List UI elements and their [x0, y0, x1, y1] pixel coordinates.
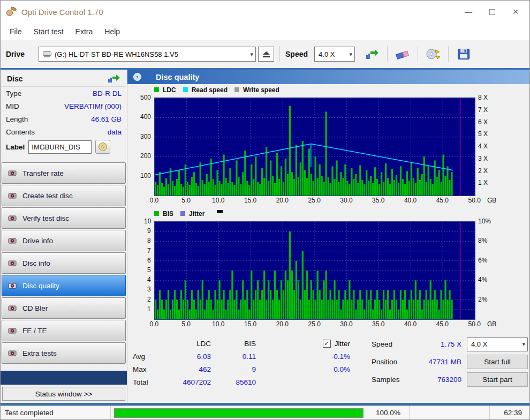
y-axis-tick: 300: [140, 133, 151, 140]
drive-select-value: (G:) HL-DT-ST BD-RE WH16NS58 1.V5: [55, 50, 178, 58]
menu-file[interactable]: File: [4, 25, 28, 39]
x-axis-tick: 20.0: [276, 197, 289, 204]
eject-icon: [262, 51, 270, 58]
x-axis-tick: 50.0: [468, 197, 481, 204]
x-axis-tick: 15.0: [244, 197, 256, 204]
sidebar-item-drive-info[interactable]: Drive info: [2, 230, 126, 251]
disc-label-button[interactable]: [95, 140, 110, 154]
x-axis-tick: 25.0: [308, 197, 321, 204]
y2-axis-tick: 2%: [478, 296, 487, 303]
y-axis-tick: 1: [147, 305, 151, 313]
x-axis-tick: 0.0: [150, 320, 159, 328]
speed-select[interactable]: 4.0 X ▾: [314, 47, 355, 62]
drive-test-icon: [8, 236, 17, 245]
status-window-button[interactable]: Status window >>: [2, 387, 125, 401]
y-axis-tick: 9: [147, 227, 151, 235]
statusbar-separator: [110, 406, 111, 419]
disc-contents-label: Contents: [6, 128, 35, 136]
chevron-down-icon: ▾: [246, 51, 254, 58]
sidebar-item-create-test-disc[interactable]: Create test disc: [2, 185, 126, 206]
refresh-speeds-button[interactable]: [362, 45, 382, 63]
test-controls: Speed 1.75 X 4.0 X ▾ Position 47731 MB S…: [372, 337, 528, 388]
position-label: Position: [372, 358, 407, 366]
sidebar-item-fe-te[interactable]: FE / TE: [2, 320, 126, 341]
disc-info-row: Contents data: [1, 125, 127, 138]
disc-label-input[interactable]: [28, 140, 92, 154]
y-axis-tick: 4: [147, 276, 151, 283]
menu-start-test[interactable]: Start test: [28, 25, 70, 39]
sidebar-test-buttons: Transfer rate Create test disc Verify te…: [1, 162, 127, 364]
sidebar-item-verify-test-disc[interactable]: Verify test disc: [2, 207, 126, 229]
speed-result-value: 1.75 X: [412, 340, 461, 348]
ldc-legend-label: LDC: [163, 86, 176, 94]
start-full-button[interactable]: Start full: [467, 355, 528, 369]
minimize-button[interactable]: —: [457, 4, 480, 20]
x-axis-unit: GB: [487, 197, 496, 204]
y2-axis-tick: 6%: [478, 257, 487, 264]
write-disc-button[interactable]: [423, 45, 443, 63]
y2-axis-tick: 5 X: [478, 130, 488, 138]
x-axis-tick: 5.0: [181, 320, 191, 328]
jitter-checkbox[interactable]: ✓: [323, 340, 331, 348]
disc-mid-label: MID: [6, 102, 19, 110]
sidebar-item-disc-quality[interactable]: Disc quality: [2, 275, 126, 296]
y2-axis-tick: 8 X: [478, 94, 488, 101]
sidebar-item-disc-info[interactable]: Disc info: [2, 252, 126, 274]
drive-test-icon: [8, 326, 17, 335]
floppy-disk-icon: [457, 48, 470, 60]
x-axis-tick: 35.0: [372, 197, 384, 204]
chart2-legend: BIS Jitter: [154, 209, 529, 218]
y-axis-tick: 400: [140, 113, 151, 121]
disc-info-row: Length 46.61 GB: [1, 112, 127, 125]
disc-info-row: MID VERBATIMf (000): [1, 100, 127, 112]
avg-jitter-value: -0.1%: [256, 352, 350, 361]
x-axis-tick: 25.0: [308, 320, 321, 328]
save-button[interactable]: [454, 45, 473, 63]
close-button[interactable]: ✕: [504, 4, 527, 20]
chart1-legend: LDC Read speed Write speed: [154, 85, 529, 94]
drive-test-icon: [8, 169, 17, 177]
progress-fill: [115, 409, 363, 417]
sidebar-item-label: Verify test disc: [22, 214, 69, 222]
test-speed-select-value: 4.0 X: [471, 340, 487, 348]
ldc-chart: 1002003004005001 X2 X3 X4 X5 X6 X7 X8 X0…: [131, 94, 529, 208]
drive-select[interactable]: (G:) HL-DT-ST BD-RE WH16NS58 1.V5 ▾: [39, 47, 256, 62]
sidebar-navy-strip: [1, 371, 127, 385]
sidebar-item-extra-tests[interactable]: Extra tests: [2, 342, 126, 364]
sidebar-item-label: Disc quality: [22, 282, 59, 290]
bis-chart-plot: [154, 221, 475, 320]
checkmark-icon: ✓: [324, 340, 329, 347]
x-axis-tick: 30.0: [340, 320, 352, 328]
menu-extra[interactable]: Extra: [70, 25, 99, 39]
chevron-down-icon: ▾: [518, 341, 525, 348]
total-row-label: Total: [133, 378, 158, 386]
erase-disc-button[interactable]: [393, 45, 412, 63]
y2-axis-tick: 3 X: [478, 155, 488, 162]
y2-axis-tick: 4 X: [478, 142, 488, 150]
x-axis-tick: 10.0: [212, 320, 224, 328]
jitter-column-header: Jitter: [335, 340, 350, 348]
x-axis-tick: 0.0: [150, 197, 159, 204]
sidebar-item-transfer-rate[interactable]: Transfer rate: [2, 162, 126, 184]
eject-button[interactable]: [258, 47, 274, 62]
disc-refresh-button[interactable]: [108, 74, 120, 84]
statusbar-separator: [409, 406, 410, 419]
refresh-arrows-icon: [365, 48, 379, 60]
disc-contents-value: data: [108, 128, 122, 136]
legend-extra-marker: [217, 210, 223, 213]
maximize-button[interactable]: [480, 4, 504, 20]
start-part-button[interactable]: Start part: [467, 372, 528, 387]
x-axis-unit: GB: [487, 320, 496, 328]
sidebar-item-cd-bler[interactable]: CD Bler: [2, 297, 126, 319]
eraser-icon: [395, 48, 411, 60]
avg-row-label: Avg: [133, 352, 158, 361]
test-speed-select[interactable]: 4.0 X ▾: [467, 338, 528, 351]
disc-info-row: Type BD-R DL: [1, 87, 127, 100]
drive-test-icon: [8, 304, 17, 312]
x-axis-tick: 20.0: [276, 320, 289, 328]
menu-help[interactable]: Help: [99, 25, 126, 39]
speed-label: Speed: [285, 50, 308, 58]
drive-test-icon: [8, 214, 17, 222]
x-axis-tick: 45.0: [436, 197, 449, 204]
x-axis-tick: 10.0: [212, 197, 224, 204]
